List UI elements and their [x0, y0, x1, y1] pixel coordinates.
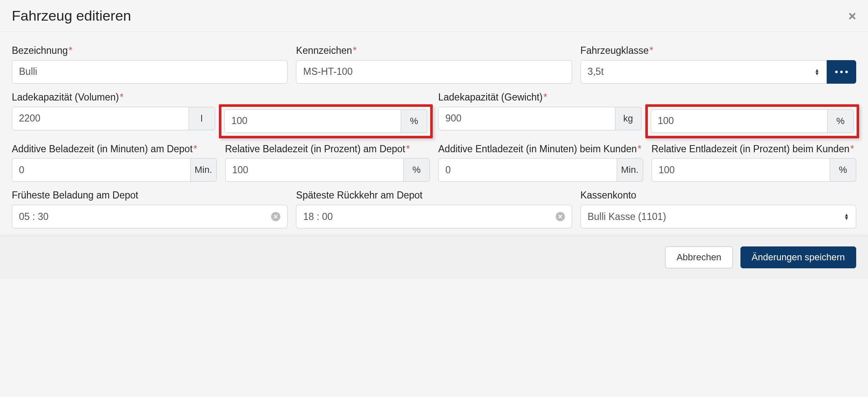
label-kassenkonto: Kassenkonto: [580, 189, 856, 201]
ladekap-gewicht-input[interactable]: 900: [438, 107, 615, 130]
close-icon[interactable]: ×: [848, 9, 856, 23]
modal-title: Fahrzeug editieren: [12, 8, 131, 24]
unit-min: Min.: [617, 158, 643, 182]
kennzeichen-input[interactable]: MS-HT-100: [296, 60, 572, 84]
modal-body: Bezeichnung* Bulli Kennzeichen* MS-HT-10…: [0, 32, 868, 236]
ladekap-volumen-pct-input[interactable]: 100: [224, 109, 402, 133]
label-spaeteste-rueckkehr: Späteste Rückkehr am Depot: [296, 189, 572, 201]
save-button[interactable]: Änderungen speichern: [740, 246, 856, 268]
unit-percent: %: [401, 109, 427, 133]
rel-beladezeit-input[interactable]: 100: [225, 158, 404, 182]
modal-footer: Abbrechen Änderungen speichern: [0, 236, 868, 279]
label-ladekap-volumen: Ladekapazität (Volumen)*: [12, 91, 430, 103]
clear-icon[interactable]: ✕: [556, 212, 565, 221]
unit-liter: l: [189, 107, 215, 130]
chevron-sort-icon: ▲▼: [815, 69, 820, 75]
ladekap-volumen-input[interactable]: 2200: [12, 107, 189, 130]
frueheste-beladung-value: 05 : 30: [19, 211, 48, 222]
bezeichnung-input[interactable]: Bulli: [12, 60, 288, 84]
frueheste-beladung-input[interactable]: 05 : 30 ✕: [12, 205, 288, 228]
label-rel-entladezeit: Relative Entladezeit (in Prozent) beim K…: [652, 143, 857, 155]
label-ladekap-gewicht: Ladekapazität (Gewicht)*: [438, 91, 856, 103]
spaeteste-rueckkehr-input[interactable]: 18 : 00 ✕: [296, 205, 572, 228]
ladekap-gewicht-pct-input[interactable]: 100: [651, 109, 828, 133]
label-add-entladezeit: Additive Entladezeit (in Minuten) beim K…: [438, 143, 643, 155]
kassenkonto-select[interactable]: Bulli Kasse (1101) ▲▼: [580, 205, 856, 228]
rel-entladezeit-input[interactable]: 100: [652, 158, 831, 182]
cancel-button[interactable]: Abbrechen: [665, 246, 732, 268]
label-bezeichnung: Bezeichnung*: [12, 45, 288, 57]
kassenkonto-value: Bulli Kasse (1101): [588, 211, 666, 222]
clear-icon[interactable]: ✕: [271, 212, 280, 221]
label-fahrzeugklasse: Fahrzeugklasse*: [580, 45, 856, 57]
add-entladezeit-input[interactable]: 0: [438, 158, 617, 182]
label-kennzeichen: Kennzeichen*: [296, 45, 572, 57]
chevron-sort-icon: ▲▼: [844, 213, 849, 220]
fahrzeugklasse-value: 3,5t: [588, 66, 604, 77]
modal-header: Fahrzeug editieren ×: [0, 0, 868, 32]
fahrzeugklasse-select[interactable]: 3,5t ▲▼: [580, 60, 827, 84]
unit-min: Min.: [191, 158, 217, 182]
fahrzeugklasse-more-button[interactable]: [827, 60, 856, 84]
label-frueheste-beladung: Früheste Beladung am Depot: [12, 189, 288, 201]
edit-vehicle-modal: Fahrzeug editieren × Bezeichnung* Bulli …: [0, 0, 868, 279]
add-beladezeit-input[interactable]: 0: [12, 158, 191, 182]
unit-percent: %: [830, 158, 856, 182]
unit-percent: %: [404, 158, 430, 182]
unit-kg: kg: [615, 107, 642, 130]
unit-percent: %: [828, 109, 854, 133]
label-rel-beladezeit: Relative Beladezeit (in Prozent) am Depo…: [225, 143, 430, 155]
spaeteste-rueckkehr-value: 18 : 00: [303, 211, 333, 222]
label-add-beladezeit: Additive Beladezeit (in Minuten) am Depo…: [12, 143, 217, 155]
